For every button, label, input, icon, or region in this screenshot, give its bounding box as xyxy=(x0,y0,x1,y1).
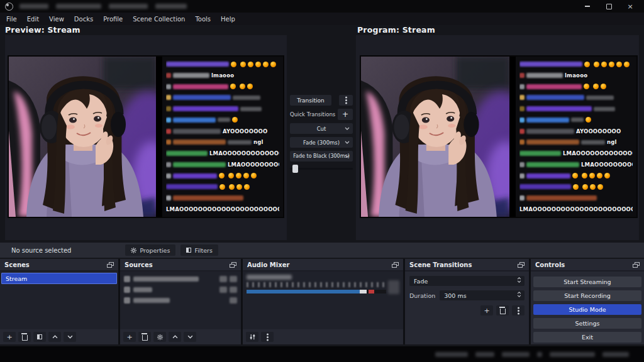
chat-text: ngl xyxy=(253,139,264,145)
maximize-button[interactable] xyxy=(605,3,613,10)
control-button[interactable]: Start Recording xyxy=(533,290,641,301)
close-button[interactable]: × xyxy=(626,3,634,10)
chat-username-blurred xyxy=(526,140,579,145)
dock-popout-icon xyxy=(230,262,236,268)
menu-item[interactable]: Edit xyxy=(22,13,44,25)
chevron-down-icon xyxy=(517,280,521,283)
scenes-list: Stream xyxy=(0,272,118,329)
chat-badge xyxy=(166,106,171,111)
chat-badge xyxy=(519,73,525,78)
studio-mode-transition-controls: Transition Quick Transitions + Cut Fade … xyxy=(290,95,353,173)
control-button[interactable]: Settings xyxy=(533,318,641,329)
filters-button[interactable]: Filters xyxy=(180,244,218,256)
quick-transition-1[interactable]: Fade (300ms) xyxy=(290,137,353,148)
kebab-icon xyxy=(267,336,269,338)
add-scene-button[interactable]: + xyxy=(3,332,16,342)
chat-message xyxy=(166,194,279,202)
window-controls: × xyxy=(584,3,639,10)
source-properties-button[interactable] xyxy=(153,332,166,342)
chat-message: LMAOOOOOOOOOOOOOOOOOOOOOO xyxy=(519,150,633,157)
gear-icon xyxy=(157,334,163,340)
chat-username-blurred xyxy=(526,118,569,123)
program-video[interactable]: lmaooo xyxy=(361,57,636,217)
move-source-up-button[interactable] xyxy=(169,332,181,342)
chevron-down-icon xyxy=(517,295,521,297)
laughing-emoji-icon xyxy=(584,62,590,67)
control-button[interactable]: Start Streaming xyxy=(533,277,641,287)
menu-item[interactable]: View xyxy=(44,13,69,25)
scene-item[interactable]: Stream xyxy=(1,273,117,284)
sources-dock-header: Sources xyxy=(120,259,241,272)
laughing-emoji-icon xyxy=(597,184,603,190)
advanced-audio-button[interactable] xyxy=(246,332,258,342)
remove-transition-button[interactable] xyxy=(496,305,509,315)
chat-text: ngl xyxy=(607,139,617,145)
remove-source-button[interactable] xyxy=(138,332,151,342)
trash-icon xyxy=(142,335,148,341)
laughing-emoji-icon xyxy=(251,173,257,178)
source-item[interactable] xyxy=(120,295,241,305)
add-transition-button[interactable]: + xyxy=(480,305,493,315)
volume-control-blurred[interactable] xyxy=(388,280,399,294)
move-scene-up-button[interactable] xyxy=(48,332,61,342)
duration-spinbox[interactable]: 300 ms xyxy=(440,290,525,300)
source-visibility-icon-blurred[interactable] xyxy=(230,297,237,304)
preview-video[interactable]: lmaooo xyxy=(9,57,283,217)
source-visibility-icon-blurred[interactable] xyxy=(230,287,237,293)
controls-title: Controls xyxy=(535,261,565,268)
source-visibility-icon-blurred[interactable] xyxy=(230,276,237,282)
chevron-down-icon xyxy=(187,335,193,339)
chat-badge xyxy=(519,95,525,100)
transition-type-select[interactable]: Fade xyxy=(409,276,525,286)
source-visibility-icon-blurred[interactable] xyxy=(219,276,227,282)
mixer-menu-button[interactable] xyxy=(261,332,274,342)
menu-item[interactable]: Tools xyxy=(190,13,216,25)
chat-badge xyxy=(166,95,171,100)
audio-mixer-title: Audio Mixer xyxy=(247,261,289,268)
move-scene-down-button[interactable] xyxy=(64,332,76,342)
menu-item[interactable]: File xyxy=(1,13,22,25)
control-button[interactable]: Exit xyxy=(533,332,641,343)
menu-item[interactable]: Profile xyxy=(98,13,128,25)
laughing-emoji-icon xyxy=(232,117,238,123)
t-bar-handle[interactable] xyxy=(292,165,298,173)
laughing-emoji-icon xyxy=(609,62,614,67)
menu-item[interactable]: Help xyxy=(216,13,240,25)
transition-menu-button[interactable] xyxy=(339,95,353,106)
redacted-text-block xyxy=(19,4,48,9)
properties-label: Properties xyxy=(140,247,170,254)
add-source-button[interactable]: + xyxy=(123,332,136,342)
audio-mixer-body xyxy=(243,272,403,329)
transition-button[interactable]: Transition xyxy=(290,95,331,106)
control-button[interactable]: Studio Mode xyxy=(533,304,641,315)
transition-properties-button[interactable] xyxy=(512,305,525,315)
chat-username-blurred xyxy=(519,151,561,156)
remove-scene-button[interactable] xyxy=(18,332,31,342)
chat-username-blurred xyxy=(173,106,238,111)
status-stat-blurred xyxy=(435,352,468,357)
add-quick-transition-button[interactable]: + xyxy=(338,109,353,120)
sources-title: Sources xyxy=(125,261,153,268)
chat-text: LMAOOOOOOOOOOOOOOOOOOOOOO xyxy=(209,150,279,156)
transition-t-bar[interactable] xyxy=(290,165,353,173)
laughing-emoji-icon xyxy=(582,184,588,190)
source-item[interactable] xyxy=(120,284,241,295)
properties-button[interactable]: Properties xyxy=(125,244,175,256)
status-stat-blurred xyxy=(475,352,494,357)
move-source-down-button[interactable] xyxy=(184,332,196,342)
spinbox-arrows[interactable] xyxy=(517,292,521,297)
faders-icon xyxy=(249,334,256,340)
menu-item[interactable]: Docks xyxy=(69,13,98,25)
transition-select[interactable]: Cut xyxy=(290,123,353,134)
chat-text-blurred xyxy=(586,96,614,100)
minimize-icon xyxy=(585,6,590,7)
menu-item[interactable]: Scene Collection xyxy=(128,13,190,25)
source-item[interactable] xyxy=(120,273,241,284)
scene-filters-button[interactable] xyxy=(33,332,46,342)
source-visibility-icon-blurred[interactable] xyxy=(219,287,227,293)
volume-meter xyxy=(247,290,386,293)
minimize-button[interactable] xyxy=(584,3,591,10)
laughing-emoji-icon xyxy=(604,173,610,178)
dock-popout-icon xyxy=(107,262,114,268)
quick-transition-2[interactable]: Fade to Black (300ms) xyxy=(290,151,353,162)
